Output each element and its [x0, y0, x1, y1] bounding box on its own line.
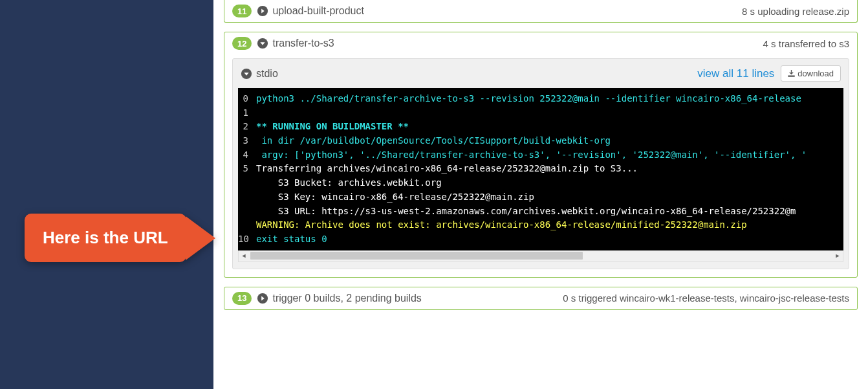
scroll-thumb[interactable] — [250, 252, 583, 260]
step-title: transfer-to-s3 — [272, 38, 334, 49]
line-content: Transferring archives/wincairo-x86_64-re… — [255, 162, 843, 176]
horizontal-scrollbar[interactable]: ◄ ► — [238, 250, 843, 262]
download-label: download — [797, 69, 834, 78]
line-content: in dir /var/buildbot/OpenSource/Tools/CI… — [255, 134, 843, 148]
terminal-line: 5Transferring archives/wincairo-x86_64-r… — [238, 162, 843, 176]
terminal-line: S3 URL: https://s3-us-west-2.amazonaws.c… — [238, 205, 843, 219]
line-content — [255, 106, 843, 120]
download-button[interactable]: download — [781, 65, 841, 82]
line-number — [238, 176, 255, 190]
scroll-right-arrow[interactable]: ► — [832, 250, 843, 261]
terminal-line: WARNING: Archive does not exist: archive… — [238, 218, 843, 232]
step-status: 0 s triggered wincairo-wk1-release-tests… — [563, 293, 849, 304]
line-content: python3 ../Shared/transfer-archive-to-s3… — [255, 92, 843, 106]
line-content: exit status 0 — [255, 232, 843, 247]
log-panel: stdio view all 11 lines download 0python… — [232, 58, 849, 269]
main-content: 11 upload-built-product 8 s uploading re… — [213, 0, 868, 389]
step-badge: 12 — [232, 37, 252, 50]
step-badge: 13 — [232, 292, 252, 305]
line-content: ** RUNNING ON BUILDMASTER ** — [255, 120, 843, 134]
step-row-13[interactable]: 13 trigger 0 builds, 2 pending builds 0 … — [224, 287, 858, 310]
line-number: 1 — [238, 106, 255, 120]
line-number: 0 — [238, 92, 255, 106]
line-number: 4 — [238, 148, 255, 162]
line-content: WARNING: Archive does not exist: archive… — [255, 218, 843, 232]
sidebar — [0, 0, 213, 389]
terminal-line: S3 Key: wincairo-x86_64-release/252322@m… — [238, 190, 843, 205]
step-header-12[interactable]: 12 transfer-to-s3 4 s transferred to s3 — [224, 32, 857, 54]
terminal-line: 1 — [238, 106, 843, 120]
step-title: trigger 0 builds, 2 pending builds — [272, 293, 421, 304]
step-title: upload-built-product — [272, 5, 363, 17]
line-number — [238, 205, 255, 219]
line-content: S3 Key: wincairo-x86_64-release/252322@m… — [255, 190, 843, 205]
line-number — [238, 218, 255, 232]
chevron-right-icon[interactable] — [257, 5, 268, 17]
line-content: S3 URL: https://s3-us-west-2.amazonaws.c… — [255, 205, 843, 219]
annotation-arrow-icon — [186, 216, 215, 260]
terminal-line: 10exit status 0 — [238, 232, 843, 247]
chevron-right-icon[interactable] — [257, 293, 268, 304]
step-status: 8 s uploading release.zip — [742, 6, 849, 17]
terminal-line: 4 argv: ['python3', '../Shared/transfer-… — [238, 148, 843, 162]
step-row-12: 12 transfer-to-s3 4 s transferred to s3 … — [224, 32, 858, 278]
line-content: S3 Bucket: archives.webkit.org — [255, 176, 843, 190]
line-number: 5 — [238, 162, 255, 176]
chevron-down-icon[interactable] — [257, 38, 268, 49]
terminal-line: 3 in dir /var/buildbot/OpenSource/Tools/… — [238, 134, 843, 148]
terminal-line: 0python3 ../Shared/transfer-archive-to-s… — [238, 92, 843, 106]
terminal-output: 0python3 ../Shared/transfer-archive-to-s… — [238, 88, 843, 250]
scroll-left-arrow[interactable]: ◄ — [239, 250, 249, 261]
chevron-down-icon[interactable] — [241, 68, 252, 80]
step-row-11[interactable]: 11 upload-built-product 8 s uploading re… — [224, 0, 858, 23]
line-number — [238, 190, 255, 205]
line-number: 10 — [238, 232, 255, 247]
annotation-callout: Here is the URL — [25, 214, 215, 262]
download-icon — [788, 70, 795, 77]
step-badge: 11 — [232, 5, 252, 17]
log-name: stdio — [256, 68, 278, 80]
line-number: 2 — [238, 120, 255, 134]
terminal-line: S3 Bucket: archives.webkit.org — [238, 176, 843, 190]
annotation-text: Here is the URL — [25, 214, 186, 262]
terminal-line: 2** RUNNING ON BUILDMASTER ** — [238, 120, 843, 134]
line-number: 3 — [238, 134, 255, 148]
step-status: 4 s transferred to s3 — [763, 38, 849, 49]
line-content: argv: ['python3', '../Shared/transfer-ar… — [255, 148, 843, 162]
view-all-lines-link[interactable]: view all 11 lines — [697, 67, 774, 80]
